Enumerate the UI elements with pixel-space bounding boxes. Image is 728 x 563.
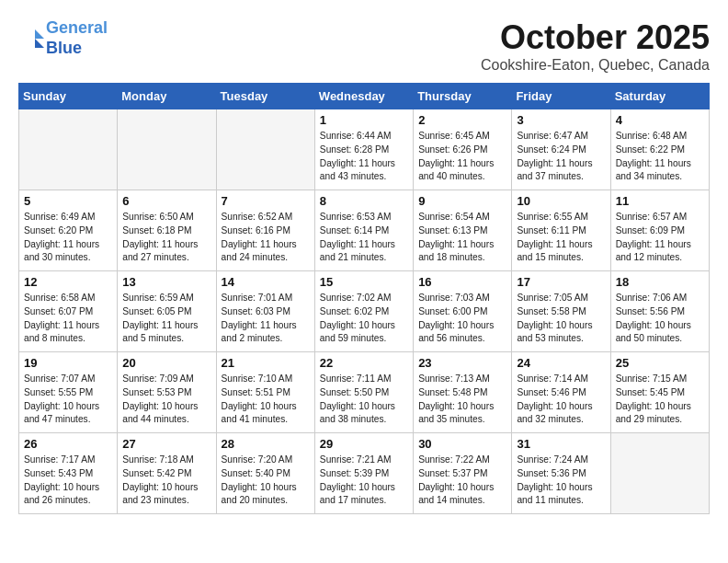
- day-content: Sunrise: 6:48 AM Sunset: 6:22 PM Dayligh…: [616, 130, 704, 184]
- calendar-cell: 28Sunrise: 7:20 AM Sunset: 5:40 PM Dayli…: [216, 433, 314, 514]
- day-content: Sunrise: 6:55 AM Sunset: 6:11 PM Dayligh…: [517, 211, 605, 265]
- day-content: Sunrise: 6:49 AM Sunset: 6:20 PM Dayligh…: [24, 211, 112, 265]
- day-number: 1: [320, 113, 408, 127]
- day-content: Sunrise: 7:13 AM Sunset: 5:48 PM Dayligh…: [418, 373, 506, 427]
- day-content: Sunrise: 7:03 AM Sunset: 6:00 PM Dayligh…: [418, 292, 506, 346]
- day-content: Sunrise: 7:02 AM Sunset: 6:02 PM Dayligh…: [320, 292, 408, 346]
- calendar-cell: 16Sunrise: 7:03 AM Sunset: 6:00 PM Dayli…: [414, 271, 512, 352]
- logo-line2: Blue: [46, 39, 82, 57]
- calendar-cell: 13Sunrise: 6:59 AM Sunset: 6:05 PM Dayli…: [118, 271, 216, 352]
- calendar-cell: 21Sunrise: 7:10 AM Sunset: 5:51 PM Dayli…: [216, 352, 314, 433]
- day-number: 8: [320, 194, 408, 208]
- day-number: 28: [222, 437, 310, 451]
- day-content: Sunrise: 6:59 AM Sunset: 6:05 PM Dayligh…: [122, 292, 210, 346]
- day-number: 25: [616, 356, 704, 370]
- calendar-cell: 20Sunrise: 7:09 AM Sunset: 5:53 PM Dayli…: [118, 352, 216, 433]
- day-content: Sunrise: 7:24 AM Sunset: 5:36 PM Dayligh…: [517, 454, 605, 508]
- day-content: Sunrise: 7:05 AM Sunset: 5:58 PM Dayligh…: [517, 292, 605, 346]
- calendar-week-3: 12Sunrise: 6:58 AM Sunset: 6:07 PM Dayli…: [19, 271, 710, 352]
- day-number: 10: [517, 194, 605, 208]
- calendar-cell: 14Sunrise: 7:01 AM Sunset: 6:03 PM Dayli…: [216, 271, 314, 352]
- calendar-cell: [118, 109, 216, 190]
- day-number: 13: [122, 275, 210, 289]
- calendar-cell: 25Sunrise: 7:15 AM Sunset: 5:45 PM Dayli…: [610, 352, 709, 433]
- day-content: Sunrise: 7:21 AM Sunset: 5:39 PM Dayligh…: [320, 454, 408, 508]
- day-number: 12: [24, 275, 112, 289]
- calendar-table: SundayMondayTuesdayWednesdayThursdayFrid…: [18, 83, 710, 514]
- day-number: 5: [24, 194, 112, 208]
- weekday-header-friday: Friday: [512, 84, 610, 109]
- day-number: 21: [222, 356, 310, 370]
- logo-text: General Blue: [46, 18, 108, 58]
- calendar-cell: 1Sunrise: 6:44 AM Sunset: 6:28 PM Daylig…: [314, 109, 413, 190]
- calendar-cell: 6Sunrise: 6:50 AM Sunset: 6:18 PM Daylig…: [118, 190, 216, 271]
- calendar-cell: [216, 109, 314, 190]
- day-content: Sunrise: 7:18 AM Sunset: 5:42 PM Dayligh…: [122, 454, 210, 508]
- calendar-cell: 4Sunrise: 6:48 AM Sunset: 6:22 PM Daylig…: [610, 109, 709, 190]
- calendar-cell: 29Sunrise: 7:21 AM Sunset: 5:39 PM Dayli…: [314, 433, 413, 514]
- calendar-cell: 24Sunrise: 7:14 AM Sunset: 5:46 PM Dayli…: [512, 352, 610, 433]
- calendar-cell: 27Sunrise: 7:18 AM Sunset: 5:42 PM Dayli…: [118, 433, 216, 514]
- svg-marker-2: [35, 39, 44, 48]
- day-number: 14: [222, 275, 310, 289]
- calendar-cell: 5Sunrise: 6:49 AM Sunset: 6:20 PM Daylig…: [19, 190, 118, 271]
- calendar-week-1: 1Sunrise: 6:44 AM Sunset: 6:28 PM Daylig…: [19, 109, 710, 190]
- day-content: Sunrise: 6:44 AM Sunset: 6:28 PM Dayligh…: [320, 130, 408, 184]
- calendar-week-4: 19Sunrise: 7:07 AM Sunset: 5:55 PM Dayli…: [19, 352, 710, 433]
- weekday-header-sunday: Sunday: [19, 84, 118, 109]
- calendar-cell: 23Sunrise: 7:13 AM Sunset: 5:48 PM Dayli…: [414, 352, 512, 433]
- day-number: 18: [616, 275, 704, 289]
- calendar-cell: 10Sunrise: 6:55 AM Sunset: 6:11 PM Dayli…: [512, 190, 610, 271]
- calendar-cell: 22Sunrise: 7:11 AM Sunset: 5:50 PM Dayli…: [314, 352, 413, 433]
- title-block: October 2025 Cookshire-Eaton, Quebec, Ca…: [481, 18, 710, 74]
- day-content: Sunrise: 7:15 AM Sunset: 5:45 PM Dayligh…: [616, 373, 704, 427]
- day-number: 15: [320, 275, 408, 289]
- day-number: 6: [122, 194, 210, 208]
- day-content: Sunrise: 7:14 AM Sunset: 5:46 PM Dayligh…: [517, 373, 605, 427]
- calendar-cell: 12Sunrise: 6:58 AM Sunset: 6:07 PM Dayli…: [19, 271, 118, 352]
- day-content: Sunrise: 7:09 AM Sunset: 5:53 PM Dayligh…: [122, 373, 210, 427]
- day-number: 9: [418, 194, 506, 208]
- weekday-header-thursday: Thursday: [414, 84, 512, 109]
- day-content: Sunrise: 6:50 AM Sunset: 6:18 PM Dayligh…: [122, 211, 210, 265]
- page-header: General Blue October 2025 Cookshire-Eato…: [18, 18, 710, 74]
- day-number: 7: [222, 194, 310, 208]
- day-number: 27: [122, 437, 210, 451]
- day-content: Sunrise: 6:58 AM Sunset: 6:07 PM Dayligh…: [24, 292, 112, 346]
- day-number: 30: [418, 437, 506, 451]
- calendar-body: 1Sunrise: 6:44 AM Sunset: 6:28 PM Daylig…: [19, 109, 710, 514]
- day-content: Sunrise: 6:53 AM Sunset: 6:14 PM Dayligh…: [320, 211, 408, 265]
- day-content: Sunrise: 7:06 AM Sunset: 5:56 PM Dayligh…: [616, 292, 704, 346]
- day-number: 20: [122, 356, 210, 370]
- logo: General Blue: [18, 18, 108, 58]
- calendar-cell: 30Sunrise: 7:22 AM Sunset: 5:37 PM Dayli…: [414, 433, 512, 514]
- calendar-cell: 26Sunrise: 7:17 AM Sunset: 5:43 PM Dayli…: [19, 433, 118, 514]
- day-number: 2: [418, 113, 506, 127]
- day-content: Sunrise: 6:57 AM Sunset: 6:09 PM Dayligh…: [616, 211, 704, 265]
- day-number: 17: [517, 275, 605, 289]
- day-number: 26: [24, 437, 112, 451]
- calendar-cell: 15Sunrise: 7:02 AM Sunset: 6:02 PM Dayli…: [314, 271, 413, 352]
- day-number: 3: [517, 113, 605, 127]
- day-content: Sunrise: 7:10 AM Sunset: 5:51 PM Dayligh…: [222, 373, 310, 427]
- day-number: 11: [616, 194, 704, 208]
- day-number: 29: [320, 437, 408, 451]
- calendar-cell: 19Sunrise: 7:07 AM Sunset: 5:55 PM Dayli…: [19, 352, 118, 433]
- calendar-cell: 3Sunrise: 6:47 AM Sunset: 6:24 PM Daylig…: [512, 109, 610, 190]
- day-content: Sunrise: 6:45 AM Sunset: 6:26 PM Dayligh…: [418, 130, 506, 184]
- svg-marker-1: [35, 29, 44, 39]
- logo-line1: General: [46, 18, 108, 37]
- calendar-cell: 8Sunrise: 6:53 AM Sunset: 6:14 PM Daylig…: [314, 190, 413, 271]
- day-number: 23: [418, 356, 506, 370]
- day-content: Sunrise: 7:01 AM Sunset: 6:03 PM Dayligh…: [222, 292, 310, 346]
- calendar-cell: [610, 433, 709, 514]
- calendar-week-2: 5Sunrise: 6:49 AM Sunset: 6:20 PM Daylig…: [19, 190, 710, 271]
- weekday-header-row: SundayMondayTuesdayWednesdayThursdayFrid…: [19, 84, 710, 109]
- day-content: Sunrise: 7:17 AM Sunset: 5:43 PM Dayligh…: [24, 454, 112, 508]
- day-content: Sunrise: 7:20 AM Sunset: 5:40 PM Dayligh…: [222, 454, 310, 508]
- day-content: Sunrise: 7:07 AM Sunset: 5:55 PM Dayligh…: [24, 373, 112, 427]
- location: Cookshire-Eaton, Quebec, Canada: [481, 57, 710, 74]
- weekday-header-saturday: Saturday: [610, 84, 709, 109]
- day-number: 16: [418, 275, 506, 289]
- day-number: 19: [24, 356, 112, 370]
